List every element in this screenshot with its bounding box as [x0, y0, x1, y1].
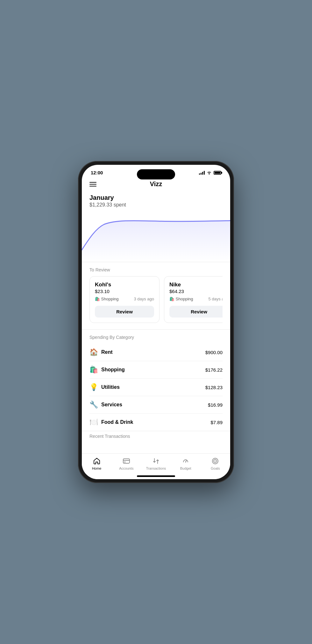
target-icon: [211, 457, 219, 465]
spending-chart: [82, 211, 230, 262]
category-list: 🏠 Rent $900.00 🛍️ Shopping $176.22: [82, 344, 230, 431]
review-button-nike[interactable]: Review: [169, 306, 223, 318]
nav-item-transactions[interactable]: Transactions: [141, 457, 171, 470]
shopping-amount: $176.22: [205, 367, 223, 373]
arrows-icon: [152, 457, 160, 465]
dynamic-island: [137, 169, 175, 179]
review-card-time-kohls: 3 days ago: [134, 297, 154, 301]
amount-spent: $1,229.33 spent: [89, 202, 223, 208]
utilities-label: Utilities: [101, 384, 120, 390]
phone-frame: 12:00: [78, 161, 234, 483]
wifi-icon: [207, 171, 212, 175]
status-time: 12:00: [91, 170, 103, 175]
spending-category-section: Spending By Category 🏠 Rent $900.00 🛍️ S…: [82, 330, 230, 431]
nav-label-budget: Budget: [180, 466, 191, 470]
recent-transactions-section: Recent Transactions: [82, 431, 230, 446]
review-button-kohls[interactable]: Review: [95, 306, 154, 318]
review-cards-wrapper: Kohl's $23.10 🛍️ Shopping 3 days ago Rev…: [82, 276, 230, 323]
rent-emoji: 🏠: [89, 348, 98, 356]
shopping-emoji: 🛍️: [89, 366, 98, 374]
to-review-section: To Review Kohl's $23.10 🛍️ Shopping 3 da…: [82, 262, 230, 323]
category-item-rent[interactable]: 🏠 Rent $900.00: [89, 344, 223, 361]
spending-category-label: Spending By Category: [82, 330, 230, 344]
nav-item-budget[interactable]: Budget: [171, 457, 201, 470]
home-indicator: [82, 473, 230, 479]
review-card-meta-nike: 🛍️ Shopping 5 days ago: [169, 297, 223, 301]
nav-item-accounts[interactable]: Accounts: [111, 457, 141, 470]
gauge-icon: [181, 457, 190, 465]
signal-icon: [199, 171, 205, 175]
recent-transactions-label: Recent Transactions: [89, 434, 223, 439]
food-emoji: 🍽️: [89, 418, 98, 426]
review-card-meta-kohls: 🛍️ Shopping 3 days ago: [95, 297, 154, 301]
status-icons: [199, 171, 221, 175]
review-card-category-kohls: 🛍️ Shopping: [95, 297, 119, 301]
menu-button[interactable]: [89, 182, 96, 186]
svg-rect-1: [123, 459, 130, 463]
services-label: Services: [101, 402, 122, 408]
review-card-kohls: Kohl's $23.10 🛍️ Shopping 3 days ago Rev…: [89, 276, 160, 323]
rent-label: Rent: [101, 349, 113, 355]
utilities-amount: $128.23: [205, 385, 223, 390]
food-amount: $7.89: [210, 420, 223, 425]
category-item-services[interactable]: 🔧 Services $16.99: [89, 396, 223, 414]
month-name: January: [89, 194, 223, 201]
review-cards-list[interactable]: Kohl's $23.10 🛍️ Shopping 3 days ago Rev…: [89, 276, 223, 323]
review-card-time-nike: 5 days ago: [208, 297, 223, 301]
nav-label-goals: Goals: [211, 466, 220, 470]
utilities-emoji: 💡: [89, 383, 98, 391]
review-card-category-nike: 🛍️ Shopping: [169, 297, 193, 301]
svg-point-5: [185, 462, 186, 463]
review-card-name-kohls: Kohl's: [95, 282, 154, 288]
home-icon: [93, 457, 101, 465]
rent-amount: $900.00: [205, 350, 223, 355]
app-title: Vizz: [150, 180, 162, 188]
card-icon: [122, 457, 131, 465]
bottom-nav: Home Accounts: [82, 453, 230, 473]
app-header: Vizz: [82, 178, 230, 192]
nav-item-goals[interactable]: Goals: [201, 457, 230, 470]
phone-screen: 12:00: [82, 165, 230, 479]
svg-point-0: [209, 173, 210, 174]
review-card-amount-kohls: $23.10: [95, 289, 154, 294]
category-item-shopping[interactable]: 🛍️ Shopping $176.22: [89, 361, 223, 379]
shopping-label: Shopping: [101, 367, 125, 373]
nav-item-home[interactable]: Home: [82, 457, 111, 470]
battery-icon: [214, 171, 221, 175]
category-item-utilities[interactable]: 💡 Utilities $128.23: [89, 379, 223, 396]
scroll-content[interactable]: January $1,229.33 spent: [82, 192, 230, 453]
month-section: January $1,229.33 spent: [82, 192, 230, 208]
category-item-food[interactable]: 🍽️ Food & Drink $7.89: [89, 414, 223, 431]
to-review-label: To Review: [82, 262, 230, 276]
review-card-amount-nike: $64.23: [169, 289, 223, 294]
home-bar: [137, 475, 175, 477]
services-emoji: 🔧: [89, 401, 98, 409]
svg-point-8: [215, 461, 216, 462]
review-card-name-nike: Nike: [169, 282, 223, 288]
review-card-nike: Nike $64.23 🛍️ Shopping 5 days ago Revie…: [164, 276, 223, 323]
nav-label-transactions: Transactions: [146, 466, 166, 470]
food-label: Food & Drink: [101, 419, 133, 425]
services-amount: $16.99: [208, 402, 223, 408]
nav-label-home: Home: [92, 466, 101, 470]
nav-label-accounts: Accounts: [119, 466, 133, 470]
